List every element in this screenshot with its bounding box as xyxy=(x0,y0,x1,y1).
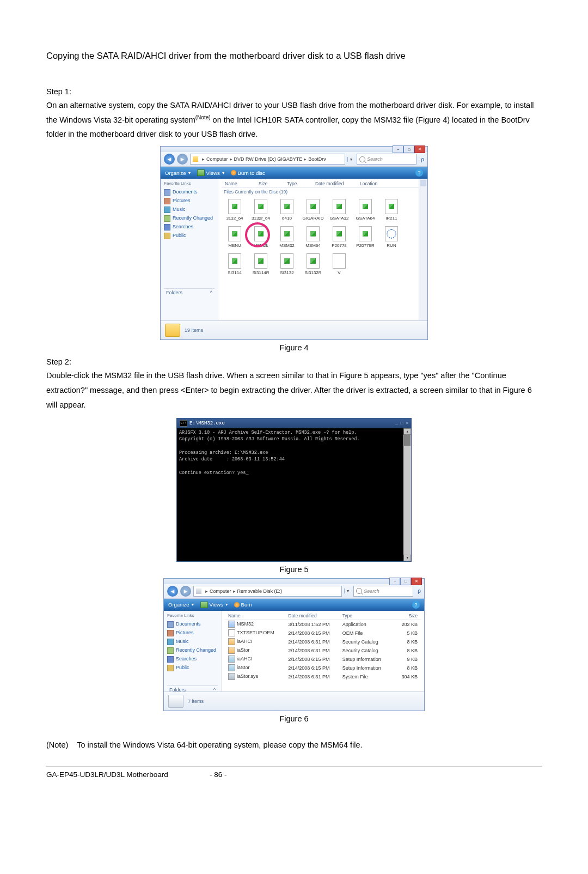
back-button[interactable]: ◄ xyxy=(164,154,175,165)
scrollbar[interactable] xyxy=(419,179,427,320)
file-item[interactable]: P20778 xyxy=(326,225,352,252)
sidebar-item[interactable]: Documents xyxy=(164,188,215,197)
file-item[interactable]: SI3132R xyxy=(300,252,326,280)
burn-button[interactable]: Burn xyxy=(234,602,252,608)
minimize-button[interactable]: − xyxy=(389,578,400,585)
sidebar-label: Pictures xyxy=(173,198,191,204)
sidebar-item[interactable]: Music xyxy=(164,205,215,214)
help-button[interactable]: ? xyxy=(412,601,420,609)
sidebar-icon xyxy=(164,189,170,196)
breadcrumb[interactable]: ▸ Computer ▸ Removable Disk (E:) xyxy=(193,586,342,597)
bc-computer[interactable]: Computer xyxy=(206,156,228,162)
file-item[interactable]: 3132r_64 xyxy=(248,198,274,225)
file-label: SI3114R xyxy=(252,270,269,275)
breadcrumb-dropdown[interactable]: ▾ xyxy=(347,157,354,162)
sidebar-item[interactable]: Searches xyxy=(167,655,218,664)
drive-status-icon xyxy=(168,695,183,708)
table-row[interactable]: iaStor.sys2/14/2008 6:31 PMSystem File30… xyxy=(225,672,421,681)
console-scrollbar[interactable]: ▴▾ xyxy=(403,428,411,561)
burn-label: Burn xyxy=(241,602,252,608)
status-bar: 7 items xyxy=(164,691,424,711)
col-size[interactable]: Size xyxy=(391,612,421,620)
col-location[interactable]: Location xyxy=(357,181,390,186)
breadcrumb[interactable]: ▸ Computer ▸ DVD RW Drive (D:) GIGABYTE … xyxy=(190,154,345,165)
file-item[interactable]: V xyxy=(326,252,352,280)
maximize-button[interactable]: □ xyxy=(400,578,411,585)
folders-toggle[interactable]: Folders^ xyxy=(164,288,215,296)
organize-button[interactable]: Organize ▼ xyxy=(168,602,195,608)
col-size[interactable]: Size xyxy=(255,181,284,186)
sidebar-item[interactable]: Pictures xyxy=(167,629,218,638)
file-item[interactable]: GSATA64 xyxy=(352,198,378,225)
file-item[interactable]: 3132_64 xyxy=(222,198,248,225)
folders-toggle[interactable]: Folders^ xyxy=(167,685,218,694)
bc-bootdrv[interactable]: BootDrv xyxy=(308,156,326,162)
file-item[interactable]: MSM64 xyxy=(300,225,326,252)
file-item[interactable]: RUN xyxy=(378,225,405,252)
file-item[interactable]: MENU xyxy=(222,225,248,252)
table-row[interactable]: iaAHCI2/14/2008 6:31 PMSecurity Catalog8… xyxy=(225,638,421,646)
console-titlebar[interactable]: C:\ E:\MSM32.exe _ □ ✕ xyxy=(177,418,411,428)
bc-computer[interactable]: Computer xyxy=(210,588,231,594)
burn-button[interactable]: Burn to disc xyxy=(231,170,265,176)
window-titlebar[interactable]: − □ ✕ xyxy=(164,579,424,584)
search-input[interactable]: Search xyxy=(353,586,413,597)
col-date[interactable]: Date modified xyxy=(312,181,357,186)
sidebar-item[interactable]: Recently Changed xyxy=(167,646,218,655)
table-row[interactable]: iaAHCI2/14/2008 6:15 PMSetup Information… xyxy=(225,655,421,664)
bc-removable[interactable]: Removable Disk (E:) xyxy=(237,588,283,594)
sidebar-label: Pictures xyxy=(176,630,194,636)
views-button[interactable]: Views ▼ xyxy=(200,602,229,608)
file-item[interactable]: GSATA32 xyxy=(326,198,352,225)
col-name[interactable]: Name xyxy=(222,181,255,186)
sidebar-item[interactable]: Pictures xyxy=(164,197,215,205)
console-window-buttons[interactable]: _ □ ✕ xyxy=(395,421,408,426)
maximize-button[interactable]: □ xyxy=(403,145,414,153)
file-item[interactable]: SI3114R xyxy=(248,252,274,280)
back-button[interactable]: ◄ xyxy=(167,586,178,597)
col-type[interactable]: Type xyxy=(339,612,391,620)
file-type-icon xyxy=(228,656,235,663)
sidebar-item[interactable]: Public xyxy=(167,664,218,672)
table-row[interactable]: iaStor2/14/2008 6:15 PMSetup Information… xyxy=(225,664,421,672)
sidebar-item[interactable]: Recently Changed xyxy=(164,214,215,223)
col-date[interactable]: Date modified xyxy=(285,612,339,620)
views-label: Views xyxy=(206,170,220,176)
table-row[interactable]: TXTSETUP.OEM2/14/2008 6:15 PMOEM File5 K… xyxy=(225,629,421,638)
col-name[interactable]: Name xyxy=(225,612,285,620)
minimize-button[interactable]: − xyxy=(393,145,403,153)
forward-button[interactable]: ► xyxy=(180,586,191,597)
sidebar-item[interactable]: Searches xyxy=(164,223,215,232)
table-row[interactable]: iaStor2/14/2008 6:31 PMSecurity Catalog8… xyxy=(225,646,421,655)
sidebar-item[interactable]: Documents xyxy=(167,620,218,629)
folder-icon xyxy=(193,156,198,162)
search-input[interactable]: Search xyxy=(357,154,416,165)
sidebar-item[interactable]: Public xyxy=(164,232,215,240)
file-item[interactable]: MSM32 xyxy=(274,225,300,252)
file-type-icon xyxy=(228,629,235,636)
col-type[interactable]: Type xyxy=(284,181,312,186)
file-item[interactable]: 6410 xyxy=(274,198,300,225)
close-button[interactable]: ✕ xyxy=(411,578,422,585)
file-item[interactable]: SI3132 xyxy=(274,252,300,280)
views-button[interactable]: Views ▼ xyxy=(197,169,225,176)
file-item[interactable]: SI3114 xyxy=(222,252,248,280)
window-titlebar[interactable]: − □ ✕ xyxy=(161,147,427,152)
file-item[interactable]: GIGARAID xyxy=(300,198,326,225)
organize-button[interactable]: Organize ▼ xyxy=(165,170,192,176)
file-label: GIGARAID xyxy=(302,216,323,221)
sidebar-item[interactable]: Music xyxy=(167,638,218,646)
console-body[interactable]: ARJSFX 3.10 - ARJ Archive Self-Extractor… xyxy=(177,428,411,561)
help-button[interactable]: ? xyxy=(415,169,423,177)
file-item[interactable]: iR211 xyxy=(378,198,405,225)
file-icon xyxy=(333,253,346,269)
breadcrumb-dropdown[interactable]: ▾ xyxy=(344,588,351,593)
file-item[interactable]: P20779R xyxy=(352,225,378,252)
file-icon xyxy=(228,199,241,214)
forward-button[interactable]: ► xyxy=(177,154,188,165)
bc-drive[interactable]: DVD RW Drive (D:) GIGABYTE xyxy=(234,156,303,162)
table-row[interactable]: MSM323/11/2008 1:52 PMApplication202 KB xyxy=(225,620,421,629)
step2-label: Step 2: xyxy=(46,357,542,366)
file-icon xyxy=(228,253,241,269)
close-button[interactable]: ✕ xyxy=(414,145,425,153)
